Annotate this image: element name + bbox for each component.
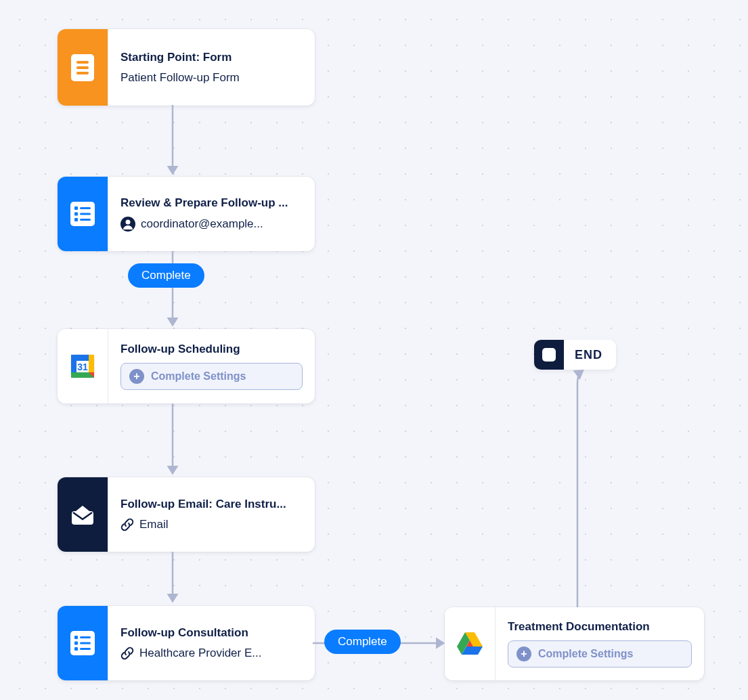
svg-rect-14 — [74, 218, 78, 221]
svg-rect-31 — [74, 647, 78, 651]
svg-rect-29 — [74, 642, 78, 645]
node-subtitle: Patient Follow-up Form — [120, 71, 303, 85]
svg-rect-6 — [76, 61, 89, 64]
envelope-icon — [58, 477, 108, 552]
node-assignee: coordinator@example... — [120, 217, 303, 232]
svg-rect-10 — [74, 206, 78, 210]
node-title: Review & Prepare Follow-up ... — [120, 196, 303, 210]
form-icon — [58, 29, 108, 106]
stop-icon — [534, 340, 564, 370]
complete-settings-button[interactable]: + Complete Settings — [120, 363, 303, 390]
svg-rect-30 — [80, 642, 91, 644]
node-subtitle: Healthcare Provider E... — [120, 647, 303, 660]
svg-rect-13 — [80, 213, 91, 215]
connector — [166, 105, 179, 176]
node-consultation[interactable]: Follow-up Consultation Healthcare Provid… — [58, 606, 315, 680]
link-icon — [120, 518, 134, 531]
connector — [567, 369, 588, 613]
person-icon — [120, 217, 135, 232]
plus-icon: + — [516, 647, 531, 661]
node-scheduling[interactable]: 31 Follow-up Scheduling + Complete Setti… — [58, 329, 315, 403]
node-subtitle: Email — [120, 518, 303, 531]
complete-settings-button[interactable]: + Complete Settings — [508, 640, 692, 668]
node-email[interactable]: Follow-up Email: Care Instru... Email — [58, 477, 315, 552]
node-treatment[interactable]: Treatment Documentation + Complete Setti… — [445, 607, 704, 680]
svg-rect-27 — [74, 636, 78, 639]
end-label: END — [564, 348, 616, 362]
edge-label-complete: Complete — [324, 630, 401, 654]
node-title: Treatment Documentation — [508, 620, 692, 634]
svg-point-17 — [126, 220, 131, 225]
svg-rect-7 — [76, 66, 89, 69]
svg-rect-11 — [80, 207, 91, 209]
node-title: Follow-up Scheduling — [120, 343, 303, 356]
node-title: Follow-up Consultation — [120, 626, 303, 640]
plus-icon: + — [129, 369, 144, 384]
svg-rect-8 — [76, 72, 89, 74]
checklist-icon — [58, 606, 108, 680]
svg-rect-12 — [74, 213, 78, 216]
connector — [166, 403, 179, 478]
google-calendar-icon: 31 — [58, 329, 108, 403]
node-title: Starting Point: Form — [120, 51, 303, 64]
svg-rect-28 — [80, 636, 91, 638]
node-end[interactable]: END — [534, 340, 616, 370]
svg-rect-15 — [80, 219, 91, 221]
node-start[interactable]: Starting Point: Form Patient Follow-up F… — [58, 29, 315, 106]
edge-label-complete: Complete — [128, 263, 204, 288]
google-drive-icon — [445, 607, 495, 680]
connector — [166, 552, 179, 606]
svg-text:31: 31 — [77, 362, 88, 372]
node-title: Follow-up Email: Care Instru... — [120, 498, 303, 511]
checklist-icon — [58, 177, 108, 251]
node-review[interactable]: Review & Prepare Follow-up ... coordinat… — [58, 177, 315, 251]
link-icon — [120, 647, 134, 660]
svg-rect-32 — [80, 648, 91, 650]
